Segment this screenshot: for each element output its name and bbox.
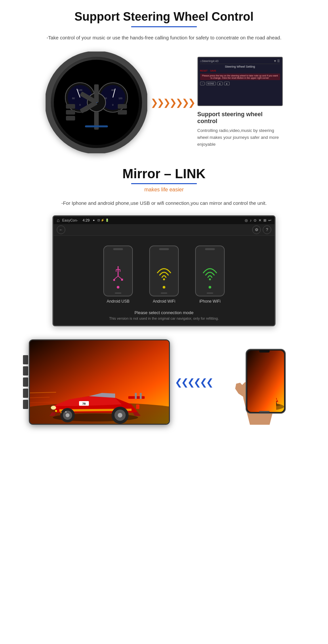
svg-text:60: 60	[72, 97, 75, 99]
svg-rect-26	[118, 110, 127, 115]
svg-rect-25	[118, 104, 127, 109]
hu-statusbar: ⌂ EasyCon- 4:29 ● ⊡ ⚡ 🔋 ◎ ♪ ⊙ ✕ ⊞ ↩	[53, 216, 275, 224]
side-btn-3	[23, 377, 28, 387]
svg-text:120: 120	[78, 89, 82, 92]
hu-toolbar-right: ⚙ ?	[252, 225, 271, 234]
svg-text:78: 78	[82, 402, 86, 405]
mirror-divider	[131, 183, 197, 184]
svg-point-57	[55, 410, 57, 412]
svg-point-31	[113, 279, 115, 281]
android-usb-option[interactable]: Android USB	[103, 246, 133, 304]
android-usb-dot	[117, 286, 119, 289]
svg-rect-27	[85, 125, 108, 127]
screen-title: Steering Wheel Setting	[200, 65, 280, 68]
hu-dot: ●	[93, 219, 94, 222]
mirror-demo-row: 78 ❮❮❮❮❮❮	[13, 336, 315, 435]
side-btn-1	[23, 355, 28, 364]
title-divider	[131, 26, 197, 27]
svg-line-29	[114, 276, 118, 279]
svg-rect-22	[66, 104, 75, 109]
steering-content-row: 120 60 180 0 80 40 120 0 P	[13, 52, 315, 153]
svg-rect-32	[121, 279, 123, 281]
android-wifi-label: Android WiFi	[153, 299, 175, 304]
mirror-description: -For Iphone and android phone,use USB or…	[13, 199, 315, 207]
svg-rect-42	[135, 393, 137, 399]
steering-section: Support Steering Wheel Control -Take con…	[0, 0, 328, 160]
svg-point-36	[163, 278, 165, 280]
svg-point-49	[118, 413, 122, 418]
iphone-wifi-phone	[195, 246, 225, 296]
phone-in-hand	[217, 339, 299, 425]
iphone-wifi-dot	[209, 286, 211, 289]
iphone-wifi-option[interactable]: iPhone WiFi	[195, 246, 225, 304]
screen-controls: − NONE ▲ ▲	[200, 82, 280, 85]
svg-rect-43	[140, 393, 142, 399]
down-btn: ▲	[224, 82, 230, 85]
screen-header: ⌂ Steering 4:43 ▼ ☰	[200, 59, 280, 64]
android-wifi-option[interactable]: Android WiFi	[149, 246, 179, 304]
hu-bottom-subtext: This version is not used in the original…	[109, 316, 219, 320]
svg-rect-70	[259, 411, 270, 412]
svg-rect-62	[247, 351, 284, 412]
mirror-title: Mirror – LINK	[13, 166, 315, 181]
android-usb-label: Android USB	[107, 299, 129, 304]
screen-status: ▼ ☰	[274, 59, 280, 63]
svg-point-46	[66, 413, 70, 417]
hu-settings-btn[interactable]: ⚙	[252, 225, 261, 234]
hu-camera-icon: ⊙	[254, 218, 256, 223]
car-unit-wrapper: 78	[29, 339, 170, 425]
mirror-tagline: makes life easier	[13, 187, 315, 193]
steering-wheel-image: 120 60 180 0 80 40 120 0 P	[46, 52, 147, 153]
svg-rect-24	[66, 116, 75, 120]
steering-feature-panel: ⌂ Steering 4:43 ▼ ☰ Steering Wheel Setti…	[197, 57, 283, 148]
svg-rect-53	[136, 404, 139, 409]
hu-location-icon: ◎	[245, 218, 248, 223]
svg-text:120: 120	[118, 97, 122, 99]
hu-icons-1: ⊡ ⚡ 🔋	[97, 219, 109, 222]
arrows-left: ❮❮❮❮❮❮	[175, 377, 212, 388]
none-btn: NONE	[206, 82, 216, 85]
steering-description: -Take control of your music or use the h…	[13, 34, 315, 42]
side-btn-2	[23, 366, 28, 376]
steering-feature-title: Support steering wheel control	[197, 111, 283, 125]
svg-rect-69	[259, 350, 270, 353]
hu-home-icon: ⌂	[57, 218, 59, 223]
svg-point-58	[60, 412, 62, 413]
hu-volume-icon: ♪	[250, 218, 252, 223]
head-unit-screen: ⌂ EasyCon- 4:29 ● ⊡ ⚡ 🔋 ◎ ♪ ⊙ ✕ ⊞ ↩ ← ⚙ …	[52, 215, 276, 326]
svg-rect-23	[66, 110, 75, 115]
iphone-wifi-label: iPhone WiFi	[199, 299, 221, 304]
steering-screen-mockup: ⌂ Steering 4:43 ▼ ☰ Steering Wheel Setti…	[197, 57, 283, 106]
hu-right-icons: ◎ ♪ ⊙ ✕ ⊞ ↩	[245, 218, 272, 223]
svg-point-52	[51, 406, 56, 410]
mirror-section: Mirror – LINK makes life easier -For Iph…	[0, 160, 328, 441]
hu-phone-options: Android USB Android WiFi	[103, 246, 225, 304]
svg-text:80: 80	[111, 89, 114, 92]
hu-bottom-text: Please select connection mode	[134, 310, 194, 315]
screen-time: 4:43	[213, 59, 218, 63]
hu-back-icon: ↩	[268, 218, 271, 223]
minus-btn: −	[200, 82, 205, 85]
reset-label: RESET	[200, 70, 208, 72]
svg-text:0: 0	[112, 104, 113, 106]
car-side-buttons	[23, 355, 28, 409]
svg-point-59	[65, 411, 67, 413]
hu-main-content: Android USB Android WiFi	[53, 236, 275, 325]
hu-help-btn[interactable]: ?	[263, 225, 271, 234]
save-label: SAVE	[210, 70, 216, 72]
side-btn-4	[23, 389, 28, 398]
arrows-right: ❯❯❯❯❯❯❯	[151, 97, 194, 108]
hu-app-name: EasyCon-	[62, 218, 78, 222]
hu-toolbar: ← ⚙ ?	[53, 224, 275, 236]
svg-text:0: 0	[79, 104, 81, 106]
android-wifi-dot	[163, 286, 165, 289]
up-btn: ▲	[217, 82, 223, 85]
hu-back-btn[interactable]: ←	[57, 225, 65, 234]
hu-time: 4:29	[83, 218, 90, 222]
hu-close-icon: ✕	[258, 218, 261, 223]
android-usb-phone	[103, 246, 133, 296]
car-screen-display: 78	[29, 339, 170, 425]
hu-fullscreen-icon: ⊞	[263, 218, 266, 223]
screen-body-text: Please press the key on the steering whe…	[200, 74, 280, 80]
android-wifi-phone	[149, 246, 179, 296]
